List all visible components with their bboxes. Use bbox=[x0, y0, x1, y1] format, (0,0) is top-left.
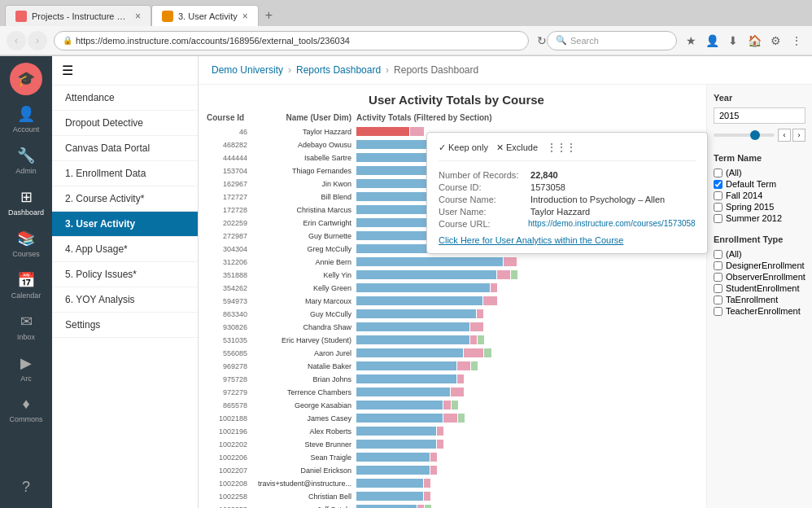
browser-chrome: Projects - Instructure Repo... × 3. User… bbox=[0, 0, 812, 56]
address-bar[interactable]: 🔒 https://demo.instructure.com/accounts/… bbox=[54, 31, 529, 50]
bookmark-icon[interactable]: ★ bbox=[682, 32, 700, 50]
download-icon[interactable]: ⬇ bbox=[724, 32, 742, 50]
term-spring2015-checkbox[interactable] bbox=[714, 203, 723, 212]
user-icon[interactable]: 👤 bbox=[703, 32, 721, 50]
tab-projects[interactable]: Projects - Instructure Repo... × bbox=[5, 5, 151, 26]
term-fall2014[interactable]: Fall 2014 bbox=[714, 190, 805, 200]
table-row[interactable]: 1002206 Sean Traigle bbox=[207, 451, 706, 463]
sidebar-item-arc[interactable]: ▶ Arc bbox=[0, 348, 52, 389]
table-row[interactable]: 1002196 Alex Roberts bbox=[207, 425, 706, 437]
term-spring2015[interactable]: Spring 2015 bbox=[714, 202, 805, 212]
extension-icon[interactable]: ⚙ bbox=[766, 32, 784, 50]
reload-button[interactable]: ↻ bbox=[537, 34, 547, 47]
bar-segment-2 bbox=[457, 374, 464, 383]
enroll-observer-checkbox[interactable] bbox=[714, 273, 723, 282]
menu-icon[interactable]: ⋮ bbox=[788, 32, 805, 50]
sidebar-item-help[interactable]: ? bbox=[0, 472, 52, 502]
term-summer2012[interactable]: Summer 2012 bbox=[714, 213, 805, 223]
hamburger-icon[interactable]: ☰ bbox=[62, 63, 73, 78]
slider-next[interactable]: › bbox=[792, 129, 805, 142]
enroll-teacher-checkbox[interactable] bbox=[714, 307, 723, 316]
table-row[interactable]: 1002208 travis+student@instructure... bbox=[207, 477, 706, 489]
table-row[interactable]: 975728 Brian Johns bbox=[207, 373, 706, 385]
tooltip-analytics-link[interactable]: Click Here for User Analytics within the… bbox=[439, 235, 696, 245]
term-summer2012-checkbox[interactable] bbox=[714, 214, 723, 223]
sidebar-nav-attendance[interactable]: Attendance bbox=[52, 85, 198, 111]
term-default[interactable]: Default Term bbox=[714, 179, 805, 189]
table-row[interactable]: 556085 Aaron Jurel bbox=[207, 347, 706, 359]
term-all-checkbox[interactable] bbox=[714, 169, 723, 177]
forward-button[interactable]: › bbox=[28, 31, 47, 50]
enroll-ta-checkbox[interactable] bbox=[714, 296, 723, 304]
bar-segment-3 bbox=[511, 270, 517, 279]
table-row[interactable]: 354262 Kelly Green bbox=[207, 282, 706, 294]
tooltip-more[interactable]: ⋮⋮⋮ bbox=[546, 141, 575, 154]
tooltip-actions: ✓ Keep only ✕ Exclude ⋮⋮⋮ bbox=[439, 141, 696, 154]
term-default-checkbox[interactable] bbox=[714, 180, 723, 189]
sidebar-nav-canvas-data[interactable]: Canvas Data Portal bbox=[52, 136, 198, 161]
sidebar-item-dashboard[interactable]: ⊞ Dashboard bbox=[0, 182, 52, 223]
sidebar-nav-policy[interactable]: 5. Policy Issues* bbox=[52, 262, 198, 287]
enroll-observer[interactable]: ObserverEnrollment bbox=[714, 272, 805, 282]
tooltip-exclude[interactable]: ✕ Exclude bbox=[496, 142, 538, 153]
breadcrumb-university[interactable]: Demo University bbox=[212, 64, 283, 76]
table-row[interactable]: 531035 Eric Harvey (Student) bbox=[207, 334, 706, 346]
course-name-label: Course Name: bbox=[439, 195, 528, 204]
table-row[interactable]: 1002207 Daniel Erickson bbox=[207, 464, 706, 476]
enroll-designer-checkbox[interactable] bbox=[714, 261, 723, 270]
enroll-all[interactable]: (All) bbox=[714, 249, 805, 259]
sidebar-item-inbox[interactable]: ✉ Inbox bbox=[0, 306, 52, 348]
table-row[interactable]: 1002188 James Casey bbox=[207, 412, 706, 424]
tab-close-1[interactable]: × bbox=[135, 11, 141, 22]
term-all[interactable]: (All) bbox=[714, 168, 805, 177]
sidebar-item-calendar[interactable]: 📅 Calendar bbox=[0, 265, 52, 306]
breadcrumb-reports[interactable]: Reports Dashboard bbox=[296, 64, 381, 76]
table-row[interactable]: 930826 Chandra Shaw bbox=[207, 321, 706, 333]
table-row[interactable]: 1002258 Christian Bell bbox=[207, 490, 706, 502]
row-name: Kelly Yin bbox=[251, 271, 356, 279]
sidebar-item-courses[interactable]: 📚 Courses bbox=[0, 223, 52, 265]
search-bar[interactable]: 🔍 Search bbox=[547, 31, 677, 50]
sidebar-nav-enrollment[interactable]: 1. Enrollment Data bbox=[52, 161, 198, 186]
new-tab-button[interactable]: + bbox=[262, 8, 276, 23]
sidebar-nav-app-usage[interactable]: 4. App Usage* bbox=[52, 237, 198, 262]
table-row[interactable]: 351888 Kelly Yin bbox=[207, 269, 706, 281]
table-row[interactable]: 1002253 Jeff Sotelo bbox=[207, 503, 706, 508]
bar-segment-2 bbox=[497, 270, 510, 279]
table-row[interactable]: 865578 George Kasabian bbox=[207, 399, 706, 411]
sidebar-nav-user-activity[interactable]: 3. User Activity bbox=[52, 212, 198, 237]
sidebar-item-commons[interactable]: ♦ Commons bbox=[0, 389, 52, 430]
term-fall2014-checkbox[interactable] bbox=[714, 191, 723, 200]
sidebar-nav-settings[interactable]: Settings bbox=[52, 313, 198, 338]
bar-segment-3 bbox=[484, 348, 491, 357]
sidebar-item-admin[interactable]: 🔧 Admin bbox=[0, 140, 52, 182]
year-input[interactable] bbox=[714, 107, 805, 124]
enroll-teacher[interactable]: TeacherEnrollment bbox=[714, 306, 805, 316]
enroll-all-checkbox[interactable] bbox=[714, 250, 723, 259]
table-row[interactable]: 312206 Annie Bern bbox=[207, 256, 706, 268]
row-id: 172727 bbox=[207, 193, 251, 201]
slider-prev[interactable]: ‹ bbox=[778, 129, 791, 142]
back-button[interactable]: ‹ bbox=[7, 31, 26, 50]
enroll-student[interactable]: StudentEnrollment bbox=[714, 283, 805, 293]
row-id: 972279 bbox=[207, 388, 251, 396]
slider-buttons: ‹ › bbox=[778, 129, 805, 142]
enroll-designer[interactable]: DesignerEnrollment bbox=[714, 261, 805, 270]
table-row[interactable]: 1002202 Steve Brunner bbox=[207, 438, 706, 450]
tab-user-activity[interactable]: 3. User Activity × bbox=[151, 5, 259, 26]
sidebar-nav-dropout[interactable]: Dropout Detective bbox=[52, 111, 198, 136]
table-row[interactable]: 969278 Natalie Baker bbox=[207, 360, 706, 372]
year-slider-thumb[interactable] bbox=[750, 130, 760, 140]
tooltip-keep-only[interactable]: ✓ Keep only bbox=[439, 142, 488, 153]
sidebar-nav-yoy[interactable]: 6. YOY Analysis bbox=[52, 287, 198, 313]
table-row[interactable]: 863340 Guy McCully bbox=[207, 308, 706, 320]
table-row[interactable]: 972279 Terrence Chambers bbox=[207, 386, 706, 398]
home-icon[interactable]: 🏠 bbox=[745, 32, 763, 50]
sidebar-item-account[interactable]: 👤 Account bbox=[0, 99, 52, 140]
tab-close-2[interactable]: × bbox=[242, 11, 248, 22]
bar-segment-2 bbox=[424, 492, 430, 501]
enroll-ta[interactable]: TaEnrollment bbox=[714, 295, 805, 304]
table-row[interactable]: 594973 Mary Marcoux bbox=[207, 295, 706, 307]
sidebar-nav-course-activity[interactable]: 2. Course Activity* bbox=[52, 186, 198, 212]
enroll-student-checkbox[interactable] bbox=[714, 284, 723, 293]
